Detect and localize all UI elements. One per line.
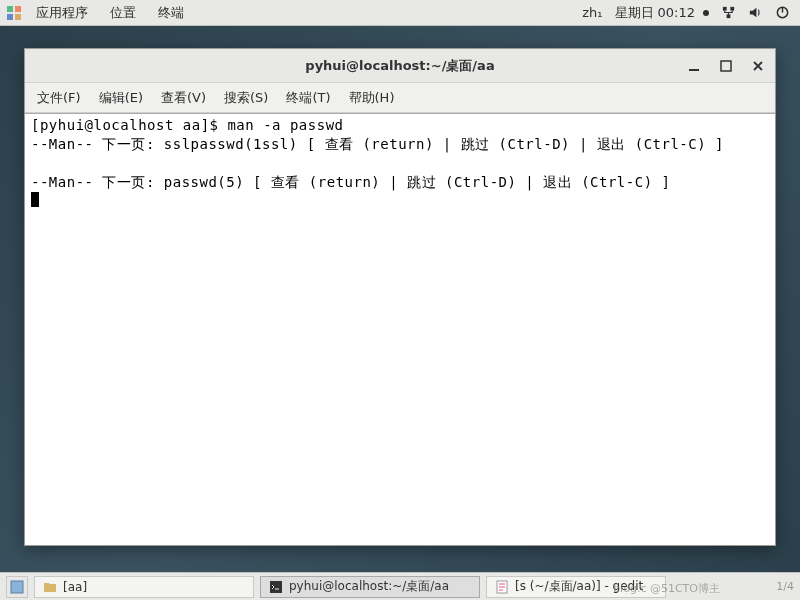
apps-icon — [6, 5, 22, 21]
svg-rect-8 — [721, 61, 731, 71]
titlebar[interactable]: pyhui@localhost:~/桌面/aa — [25, 49, 775, 83]
taskbar-item-aa[interactable]: [aa] — [34, 576, 254, 598]
svg-rect-10 — [270, 581, 282, 593]
taskbar-item-gedit[interactable]: [s (~/桌面/aa)] - gedit — [486, 576, 666, 598]
svg-rect-5 — [730, 7, 734, 11]
terminal-line-4: --Man-- 下一页: passwd(5) [ 查看 (return) | 跳… — [31, 174, 670, 190]
terminal-window: pyhui@localhost:~/桌面/aa 文件(F) 编辑(E) 查看(V… — [24, 48, 776, 546]
taskbar-item-terminal[interactable]: pyhui@localhost:~/桌面/aa — [260, 576, 480, 598]
maximize-button[interactable] — [717, 57, 735, 75]
task-label-3: [s (~/桌面/aa)] - gedit — [515, 578, 643, 595]
menu-search[interactable]: 搜索(S) — [216, 84, 276, 112]
menu-file[interactable]: 文件(F) — [29, 84, 89, 112]
task-label-1: [aa] — [63, 580, 87, 594]
terminal-line-1: [pyhui@localhost aa]$ man -a passwd — [31, 117, 344, 133]
terminal-line-2: --Man-- 下一页: sslpasswd(1ssl) [ 查看 (retur… — [31, 136, 724, 152]
menu-help[interactable]: 帮助(H) — [341, 84, 403, 112]
terminal-icon — [269, 580, 283, 594]
input-method-indicator[interactable]: zh₁ — [582, 5, 602, 20]
panel-menu-places[interactable]: 位置 — [100, 0, 146, 26]
network-icon[interactable] — [721, 5, 736, 20]
clock-day: 星期日 — [615, 4, 654, 22]
clock-dot-icon — [703, 10, 709, 16]
close-button[interactable] — [749, 57, 767, 75]
menubar: 文件(F) 编辑(E) 查看(V) 搜索(S) 终端(T) 帮助(H) — [25, 83, 775, 113]
bottom-panel: [aa] pyhui@localhost:~/桌面/aa [s (~/桌面/aa… — [0, 572, 800, 600]
svg-rect-0 — [7, 6, 13, 12]
gedit-icon — [495, 580, 509, 594]
volume-icon[interactable] — [748, 5, 763, 20]
clock-time: 00:12 — [658, 5, 695, 20]
svg-rect-6 — [727, 14, 731, 18]
show-desktop-button[interactable] — [6, 576, 28, 598]
task-label-2: pyhui@localhost:~/桌面/aa — [289, 578, 449, 595]
terminal-body[interactable]: [pyhui@localhost aa]$ man -a passwd --Ma… — [25, 113, 775, 545]
panel-menu-applications[interactable]: 应用程序 — [26, 0, 98, 26]
menu-view[interactable]: 查看(V) — [153, 84, 214, 112]
workspace-indicator[interactable]: 1/4 — [776, 580, 794, 593]
top-panel: 应用程序 位置 终端 zh₁ 星期日 00:12 — [0, 0, 800, 26]
clock[interactable]: 星期日 00:12 — [615, 4, 709, 22]
svg-rect-2 — [7, 14, 13, 20]
system-tray: zh₁ 星期日 00:12 — [582, 4, 790, 22]
power-icon[interactable] — [775, 5, 790, 20]
window-title: pyhui@localhost:~/桌面/aa — [305, 57, 494, 75]
menu-terminal[interactable]: 终端(T) — [278, 84, 338, 112]
panel-menu-terminal[interactable]: 终端 — [148, 0, 194, 26]
svg-rect-9 — [11, 581, 23, 593]
minimize-button[interactable] — [685, 57, 703, 75]
menu-edit[interactable]: 编辑(E) — [91, 84, 151, 112]
svg-rect-1 — [15, 6, 21, 12]
terminal-cursor — [31, 192, 39, 207]
svg-rect-4 — [723, 7, 727, 11]
folder-icon — [43, 580, 57, 594]
svg-rect-3 — [15, 14, 21, 20]
